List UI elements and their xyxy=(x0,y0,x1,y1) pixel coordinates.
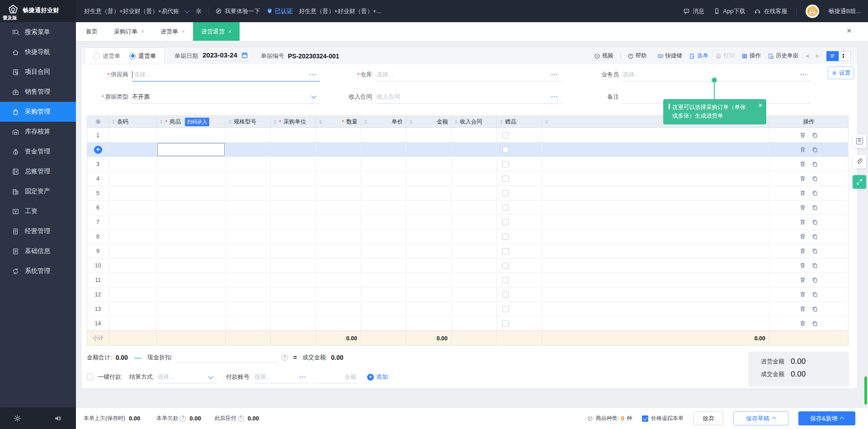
cell-ops[interactable] xyxy=(769,302,848,316)
delete-row-icon[interactable] xyxy=(799,320,806,327)
cell-gift[interactable] xyxy=(497,273,542,287)
copy-row-icon[interactable] xyxy=(811,190,818,196)
column-header-amount[interactable]: 金额 xyxy=(406,116,452,128)
cell-product[interactable] xyxy=(157,200,226,214)
copy-row-icon[interactable] xyxy=(811,291,818,298)
copy-row-icon[interactable] xyxy=(811,276,818,283)
gift-checkbox[interactable] xyxy=(502,277,509,283)
gift-checkbox[interactable] xyxy=(502,291,509,298)
delete-row-icon[interactable] xyxy=(799,291,806,298)
sidebar-item-funds[interactable]: 资金管理 xyxy=(0,142,76,162)
gift-checkbox[interactable] xyxy=(502,161,509,167)
delete-row-icon[interactable] xyxy=(799,204,806,211)
chevron-down-icon[interactable] xyxy=(311,93,316,98)
cell-amount[interactable] xyxy=(406,186,452,200)
copy-row-icon[interactable] xyxy=(811,146,818,153)
chevron-down-icon[interactable] xyxy=(208,374,213,379)
tab-purchase-order[interactable]: 采购订单× xyxy=(106,22,152,41)
copy-row-icon[interactable] xyxy=(811,204,818,211)
salesman-input[interactable]: 选择... ··· xyxy=(623,68,811,81)
cell-rowno[interactable]: 11 xyxy=(87,273,109,287)
print-button[interactable]: 打印 xyxy=(715,52,735,60)
question-circle-icon[interactable]: ? xyxy=(282,354,288,361)
cash-discount-input[interactable] xyxy=(176,352,278,363)
copy-row-icon[interactable] xyxy=(811,233,818,240)
supplier-input[interactable]: 选择... ··· xyxy=(132,68,320,81)
cell-barcode[interactable] xyxy=(109,287,157,301)
page-scrollbar-thumb[interactable] xyxy=(864,377,867,405)
gift-checkbox[interactable] xyxy=(502,262,509,269)
cell-spec[interactable] xyxy=(226,186,271,200)
cell-gift[interactable] xyxy=(497,287,542,301)
cell-gift[interactable] xyxy=(497,143,542,157)
gift-checkbox[interactable] xyxy=(502,190,509,196)
cell-qty[interactable] xyxy=(316,316,361,330)
cell-price[interactable] xyxy=(361,215,406,229)
cell-qty[interactable] xyxy=(316,302,361,316)
cell-amount[interactable] xyxy=(406,287,452,301)
cell-contract[interactable] xyxy=(452,258,497,272)
cell-spec[interactable] xyxy=(226,200,271,214)
cell-barcode[interactable] xyxy=(109,316,157,330)
cell-price[interactable] xyxy=(361,316,406,330)
cell-available[interactable] xyxy=(542,215,769,229)
cell-spec[interactable] xyxy=(226,215,271,229)
cell-rowno[interactable]: + xyxy=(87,143,109,157)
column-header-qty[interactable]: *数量 xyxy=(316,116,361,128)
delete-row-icon[interactable] xyxy=(799,146,806,153)
tab-close-icon[interactable]: × xyxy=(228,29,231,35)
cell-price[interactable] xyxy=(361,143,406,157)
next-doc-icon[interactable]: ▶ xyxy=(816,53,820,59)
cell-unit[interactable] xyxy=(271,172,316,186)
cell-ops[interactable] xyxy=(769,143,848,157)
copy-row-icon[interactable] xyxy=(811,320,818,327)
settings-gear-icon[interactable] xyxy=(14,415,21,422)
cell-available[interactable] xyxy=(542,157,769,171)
cell-available[interactable] xyxy=(542,229,769,243)
cell-spec[interactable] xyxy=(226,258,271,272)
cell-available[interactable] xyxy=(542,287,769,301)
cell-qty[interactable] xyxy=(316,172,361,186)
sort-icon[interactable] xyxy=(500,119,503,124)
cell-unit[interactable] xyxy=(271,258,316,272)
delete-row-icon[interactable] xyxy=(799,233,806,240)
cell-product[interactable] xyxy=(157,143,226,157)
cell-unit[interactable] xyxy=(271,316,316,330)
cell-ops[interactable] xyxy=(769,215,848,229)
cell-amount[interactable] xyxy=(406,316,452,330)
sort-icon[interactable] xyxy=(160,119,163,124)
cell-ops[interactable] xyxy=(769,157,848,171)
sidebar-item-inventory[interactable]: 库存核算 xyxy=(0,122,76,142)
gift-checkbox[interactable] xyxy=(502,248,509,254)
cell-barcode[interactable] xyxy=(109,157,157,171)
cell-qty[interactable] xyxy=(316,128,361,142)
cell-product[interactable] xyxy=(157,273,226,287)
cell-ops[interactable] xyxy=(769,316,848,330)
cell-contract[interactable] xyxy=(452,316,497,330)
gift-checkbox[interactable] xyxy=(502,176,509,182)
close-icon[interactable]: ✕ xyxy=(846,28,852,34)
cell-ops[interactable] xyxy=(769,287,848,301)
cell-amount[interactable] xyxy=(406,157,452,171)
delete-row-icon[interactable] xyxy=(799,161,806,167)
invoice-type-select[interactable]: 不开票 xyxy=(132,90,320,104)
cell-contract[interactable] xyxy=(452,186,497,200)
verified-badge[interactable]: 已认证 xyxy=(266,7,292,15)
cell-price[interactable] xyxy=(361,200,406,214)
product-input[interactable] xyxy=(157,143,225,156)
cell-spec[interactable] xyxy=(226,157,271,171)
cell-price[interactable] xyxy=(361,128,406,142)
cell-product[interactable] xyxy=(157,316,226,330)
add-row-button[interactable]: + xyxy=(94,146,102,154)
trial-button[interactable]: 我要体验一下 xyxy=(215,7,260,15)
sort-icon[interactable] xyxy=(410,119,412,124)
cell-amount[interactable] xyxy=(406,273,452,287)
copy-row-icon[interactable] xyxy=(811,161,818,167)
cell-barcode[interactable] xyxy=(109,302,157,316)
sidebar-item-sales[interactable]: 销售管理 xyxy=(0,82,76,102)
prev-doc-icon[interactable]: ◀ xyxy=(805,53,809,59)
cell-rowno[interactable]: 6 xyxy=(87,200,109,214)
cell-gift[interactable] xyxy=(497,200,542,214)
column-header-contract[interactable]: 收入合同 xyxy=(452,116,497,128)
sidebar-item-system[interactable]: 系统管理 xyxy=(0,261,76,281)
